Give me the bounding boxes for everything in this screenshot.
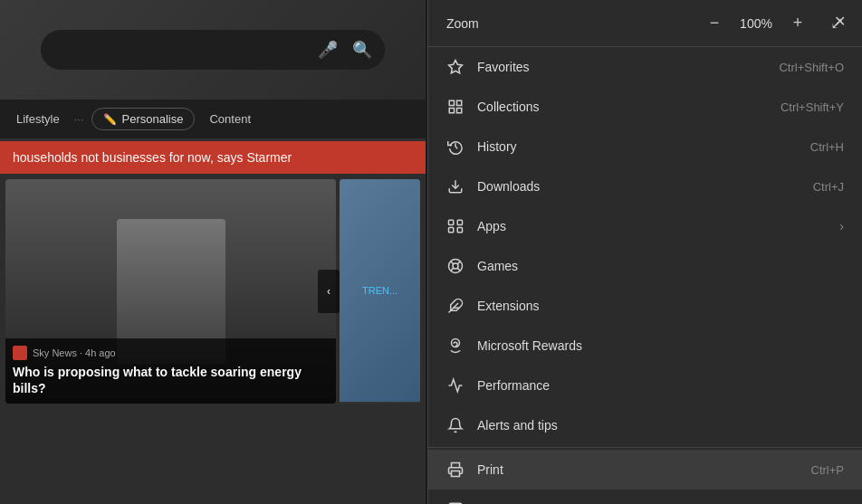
- menu-item-games[interactable]: Games: [428, 246, 862, 286]
- svg-rect-9: [457, 228, 462, 233]
- alerts-tips-label: Alerts and tips: [477, 418, 844, 433]
- svg-rect-20: [452, 471, 460, 477]
- trending-label: TREN...: [340, 179, 420, 402]
- menu-item-extensions[interactable]: Extensions: [428, 286, 862, 326]
- nav-tab-lifestyle[interactable]: Lifestyle: [9, 109, 67, 129]
- search-icon: 🔍: [352, 40, 372, 60]
- zoom-controls: − 100% + ⤢: [704, 13, 844, 34]
- close-button[interactable]: ✕: [826, 7, 853, 34]
- svg-rect-4: [457, 109, 462, 113]
- search-bar[interactable]: 🎤 🔍: [41, 30, 385, 70]
- context-menu: ✕ Zoom − 100% + ⤢ Favorites Ctrl+Shift+O: [427, 0, 862, 504]
- svg-line-13: [457, 268, 460, 271]
- news-images-area: Sky News · 4h ago Who is proposing what …: [0, 174, 426, 409]
- menu-divider: [428, 447, 862, 448]
- zoom-increase-button[interactable]: +: [787, 13, 809, 34]
- downloads-label: Downloads: [477, 179, 813, 194]
- print-shortcut: Ctrl+P: [811, 463, 844, 477]
- history-shortcut: Ctrl+H: [810, 140, 844, 154]
- svg-rect-8: [449, 228, 454, 233]
- history-icon: [446, 138, 465, 156]
- zoom-value: 100%: [738, 16, 774, 31]
- svg-marker-0: [449, 61, 463, 73]
- microsoft-rewards-label: Microsoft Rewards: [477, 338, 844, 353]
- collections-label: Collections: [477, 100, 781, 114]
- menu-item-alerts-tips[interactable]: Alerts and tips: [428, 405, 862, 445]
- games-label: Games: [477, 259, 844, 273]
- performance-icon: [446, 376, 465, 395]
- nav-bar: Lifestyle ··· ✏️ Personalise Content: [0, 100, 426, 139]
- news-image-side: TREN...: [340, 179, 420, 404]
- mic-icon: 🎤: [318, 40, 338, 60]
- svg-rect-3: [449, 109, 454, 113]
- menu-item-print[interactable]: Print Ctrl+P: [428, 450, 862, 490]
- favorites-label: Favorites: [477, 60, 779, 74]
- apps-arrow-icon: ›: [839, 219, 844, 233]
- news-caption: Sky News · 4h ago Who is proposing what …: [5, 338, 336, 404]
- browser-search-area: 🎤 🔍: [0, 0, 426, 100]
- personalise-label: Personalise: [122, 112, 184, 126]
- content-button[interactable]: Content: [202, 109, 258, 129]
- svg-line-15: [451, 268, 454, 271]
- zoom-decrease-button[interactable]: −: [704, 13, 725, 34]
- news-headline: households not businesses for now, says …: [0, 141, 426, 174]
- collections-icon: [446, 98, 465, 116]
- news-source-text: Sky News · 4h ago: [33, 347, 116, 358]
- svg-line-12: [451, 262, 454, 264]
- nav-more[interactable]: ···: [74, 112, 84, 126]
- personalise-button[interactable]: ✏️ Personalise: [91, 108, 196, 130]
- menu-item-web-capture[interactable]: Web capture Ctrl+Shift+S: [428, 490, 862, 504]
- zoom-row: Zoom − 100% + ⤢: [428, 0, 862, 47]
- svg-rect-7: [457, 220, 462, 224]
- collections-shortcut: Ctrl+Shift+Y: [781, 100, 844, 114]
- svg-point-11: [453, 263, 458, 269]
- history-label: History: [477, 139, 810, 154]
- downloads-icon: [446, 177, 465, 195]
- edit-icon: ✏️: [103, 113, 117, 126]
- menu-item-downloads[interactable]: Downloads Ctrl+J: [428, 166, 862, 206]
- extensions-label: Extensions: [477, 299, 844, 313]
- browser-background: 🎤 🔍 Lifestyle ··· ✏️ Personalise Content…: [0, 0, 426, 504]
- bell-icon: [446, 416, 465, 434]
- menu-item-collections[interactable]: Collections Ctrl+Shift+Y: [428, 87, 862, 127]
- favorites-icon: [446, 58, 465, 76]
- svg-rect-2: [457, 100, 462, 105]
- menu-items-list: Favorites Ctrl+Shift+O Collections Ctrl+…: [428, 47, 862, 504]
- performance-label: Performance: [477, 378, 844, 393]
- svg-line-14: [457, 262, 460, 264]
- favorites-shortcut: Ctrl+Shift+O: [779, 61, 844, 74]
- menu-item-performance[interactable]: Performance: [428, 366, 862, 405]
- zoom-label: Zoom: [446, 16, 704, 31]
- news-source-row: Sky News · 4h ago: [13, 346, 329, 360]
- news-image-main: Sky News · 4h ago Who is proposing what …: [5, 179, 336, 404]
- news-title: Who is proposing what to tackle soaring …: [13, 364, 329, 396]
- apps-label: Apps: [477, 219, 832, 233]
- web-capture-icon: [446, 500, 465, 504]
- print-icon: [446, 461, 465, 479]
- extensions-icon: [446, 297, 465, 315]
- source-icon: [13, 346, 27, 360]
- svg-rect-6: [449, 220, 454, 224]
- scroll-arrow[interactable]: ‹: [318, 270, 340, 313]
- svg-rect-1: [449, 100, 454, 105]
- menu-item-favorites[interactable]: Favorites Ctrl+Shift+O: [428, 47, 862, 87]
- downloads-shortcut: Ctrl+J: [813, 180, 844, 194]
- print-label: Print: [477, 462, 811, 477]
- menu-item-microsoft-rewards[interactable]: Microsoft Rewards: [428, 326, 862, 366]
- apps-icon: [446, 217, 465, 235]
- rewards-icon: [446, 337, 465, 355]
- games-icon: [446, 257, 465, 275]
- menu-item-history[interactable]: History Ctrl+H: [428, 127, 862, 166]
- menu-item-apps[interactable]: Apps ›: [428, 206, 862, 246]
